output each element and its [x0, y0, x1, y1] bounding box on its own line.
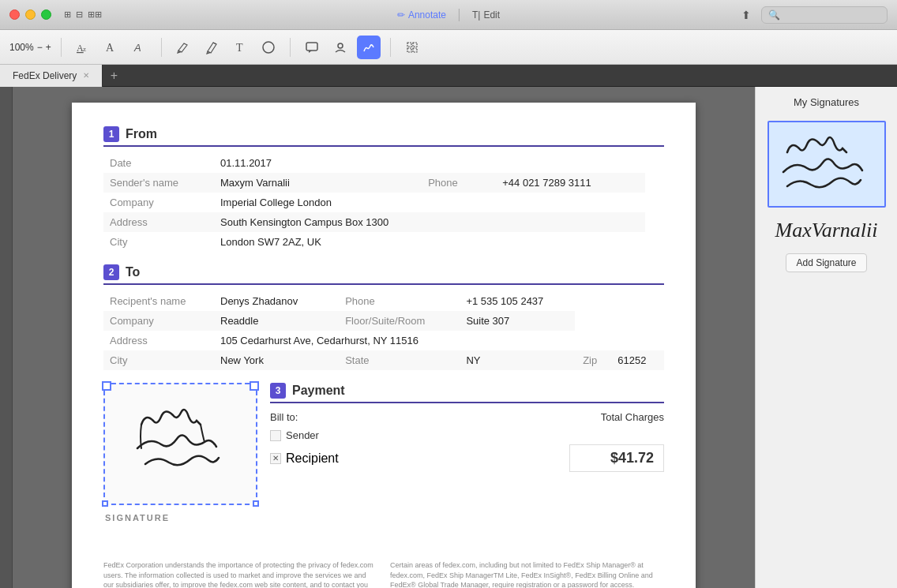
from-phone-value: +44 021 7289 3111 [496, 173, 645, 193]
main-area: 1 From Date 01.11.2017 Sender's name Max… [0, 87, 897, 588]
payment-section-title: Payment [292, 384, 345, 398]
table-row: Address South Kensington Campus Box 1300 [103, 212, 664, 232]
share-button[interactable]: ⬆ [737, 6, 755, 24]
tabbar: FedEx Delivery ✕ + [0, 65, 897, 87]
titlebar: ⊞ ⊟ ⊞⊞ ✏ Annotate T| Edit ⬆ 🔍 [0, 0, 897, 30]
table-row: Sender's name Maxym Varnalii Phone +44 0… [103, 173, 664, 193]
close-button[interactable] [9, 9, 20, 20]
svg-point-6 [263, 42, 274, 53]
zoom-controls: 100% − + [9, 42, 51, 53]
recipient-option-label: Recipient [286, 451, 339, 466]
zip-value: 61252 [611, 350, 664, 370]
footer-left: FedEx Corporation understands the import… [103, 560, 377, 588]
svg-text:A: A [133, 42, 141, 54]
signature-svg [118, 393, 244, 496]
selection-tool[interactable] [400, 36, 424, 59]
zip-label: Zip [575, 350, 611, 370]
bill-header-row: Bill to: Total Charges [270, 411, 664, 423]
corner-bl [102, 500, 108, 507]
payment-section-number: 3 [270, 383, 286, 399]
svg-rect-7 [306, 43, 317, 51]
search-box[interactable]: 🔍 [761, 6, 888, 24]
bill-to-label: Bill to: [270, 411, 298, 423]
recipient-option-row: ✕ Recipient $41.72 [270, 444, 664, 472]
recipient-label: Recipent's name [103, 291, 214, 311]
shape-tool[interactable] [257, 36, 280, 59]
sidebar-title: My Signatures [794, 96, 859, 108]
minimize-button[interactable] [25, 9, 36, 20]
svg-point-8 [338, 43, 343, 48]
to-phone-label: Phone [329, 291, 460, 311]
tab-close-icon[interactable]: ✕ [83, 71, 89, 80]
tab-add-button[interactable]: + [103, 65, 125, 87]
signature-tool[interactable] [357, 36, 381, 59]
svg-rect-10 [413, 43, 417, 47]
signature-thumbnail[interactable] [768, 121, 886, 208]
text-format-tool[interactable]: Az [71, 36, 95, 59]
state-value: NY [460, 350, 575, 370]
zoom-up-icon[interactable]: + [46, 42, 51, 53]
add-signature-button[interactable]: Add Signature [786, 253, 866, 272]
from-company-value: Imperial College London [214, 193, 396, 212]
table-row: City New York State NY Zip 61252 [103, 350, 664, 370]
from-section-number: 1 [103, 126, 119, 142]
font-b-tool[interactable]: A [128, 36, 152, 59]
from-section-header: 1 From [103, 126, 664, 147]
comment-tool[interactable] [300, 36, 324, 59]
text-tool[interactable]: T [228, 36, 252, 59]
payment-section-header: 3 Payment [270, 383, 664, 403]
from-city-value: London SW7 2AZ, UK [214, 232, 645, 252]
svg-rect-11 [407, 48, 411, 52]
document-area[interactable]: 1 From Date 01.11.2017 Sender's name Max… [13, 87, 755, 588]
svg-rect-12 [413, 48, 417, 52]
floor-value: Suite 307 [460, 311, 575, 331]
document-page: 1 From Date 01.11.2017 Sender's name Max… [72, 103, 696, 588]
to-section-header: 2 To [103, 264, 664, 285]
corner-br [253, 500, 259, 507]
scroll-indicator [0, 87, 13, 588]
sender-value: Maxym Varnalii [214, 173, 396, 193]
sender-radio[interactable] [270, 430, 281, 441]
from-address-value: South Kensington Campus Box 1300 [214, 212, 645, 232]
to-section-title: To [126, 265, 140, 279]
edit-label: Edit [483, 9, 500, 21]
from-city-label: City [103, 232, 214, 252]
zoom-level: 100% [9, 42, 34, 53]
to-city-label: City [103, 350, 214, 370]
to-section-number: 2 [103, 264, 119, 280]
date-label: Date [103, 153, 214, 173]
search-icon: 🔍 [768, 9, 780, 21]
bill-options: Sender ✕ Recipient $41.72 [270, 429, 664, 472]
footer-right: Certain areas of fedex.com, including bu… [390, 560, 664, 588]
signature-name-text: MaxVarnalii [775, 220, 878, 241]
annotate-button[interactable]: ✏ Annotate [397, 9, 446, 21]
state-label: State [329, 350, 460, 370]
sidebar: My Signatures MaxVarnalii Add Signature [755, 87, 897, 588]
sender-option-label: Sender [286, 429, 319, 441]
to-phone-value: +1 535 105 2437 [460, 291, 575, 311]
stamp-tool[interactable] [328, 36, 352, 59]
maximize-button[interactable] [41, 9, 51, 20]
toolbar: 100% − + Az A A T [0, 30, 897, 65]
svg-rect-9 [407, 43, 411, 47]
signature-container: SIGNATURE [103, 383, 257, 505]
thumbnail-svg [771, 125, 882, 204]
table-row: Company Readdle Floor/Suite/Room Suite 3… [103, 311, 664, 331]
recipient-option: ✕ Recipient [270, 451, 339, 466]
titlebar-right: ⬆ 🔍 [737, 6, 888, 24]
font-a-tool[interactable]: A [99, 36, 123, 59]
signature-box[interactable]: SIGNATURE [103, 383, 257, 505]
to-city-value: New York [214, 350, 329, 370]
charge-amount: $41.72 [569, 444, 664, 472]
zoom-down-icon[interactable]: − [37, 42, 43, 53]
edit-button[interactable]: T| Edit [472, 9, 500, 21]
pen-tool[interactable] [171, 36, 195, 59]
footer-text: FedEx Corporation understands the import… [103, 560, 664, 588]
tab-fedex-delivery[interactable]: FedEx Delivery ✕ [0, 65, 103, 87]
recipient-checkbox[interactable]: ✕ [270, 453, 281, 464]
to-table: Recipent's name Denys Zhadanov Phone +1 … [103, 291, 664, 370]
tab-label: FedEx Delivery [13, 70, 77, 81]
pencil-tool[interactable] [200, 36, 223, 59]
tool-sep-3 [290, 38, 291, 57]
signature-payment-area: SIGNATURE 3 Payment Bill to: Total Charg… [103, 383, 664, 529]
